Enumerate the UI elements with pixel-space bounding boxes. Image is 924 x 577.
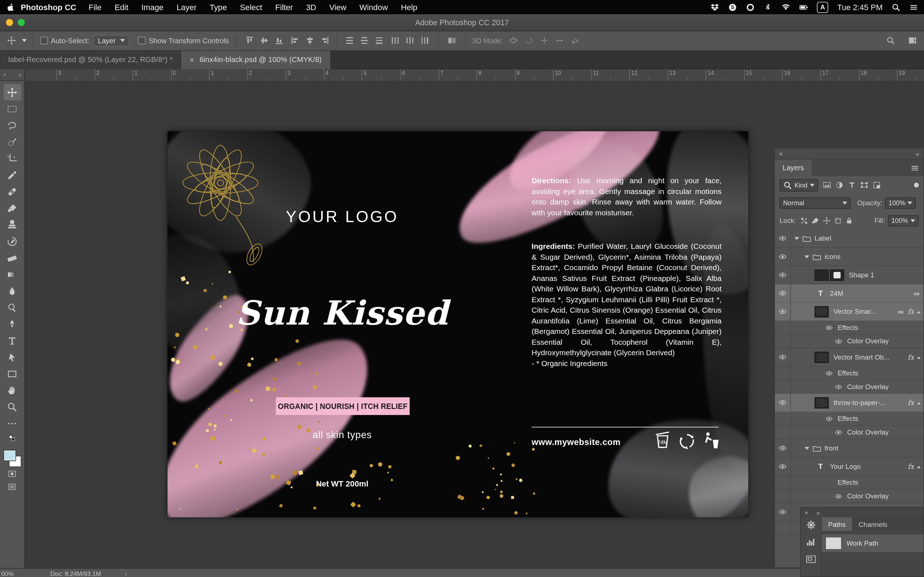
eye-toggle[interactable] — [775, 321, 791, 334]
distribute-bottom-edges[interactable] — [372, 34, 386, 47]
eye-toggle[interactable] — [775, 335, 791, 348]
align-vertical-centers[interactable] — [257, 34, 271, 47]
effects-eye-toggle[interactable] — [824, 479, 834, 486]
notification-list-icon[interactable] — [909, 3, 918, 11]
collapse-effects-caret[interactable] — [917, 400, 921, 404]
effects-eye-toggle[interactable] — [834, 383, 843, 390]
layer-row-effects[interactable]: Effects — [775, 366, 924, 380]
layer-row-color-overlay[interactable]: Color Overlay — [775, 489, 924, 503]
auto-select-checkbox[interactable]: Auto-Select: — [40, 36, 90, 45]
layer-name[interactable]: Vector Smar... — [834, 308, 876, 315]
wifi-icon[interactable] — [782, 3, 790, 11]
app-menu[interactable]: Photoshop CC — [15, 3, 82, 11]
3d-scale-icon[interactable] — [568, 34, 582, 47]
opacity-field[interactable]: 100% — [885, 197, 916, 208]
layer-row-effects[interactable]: Effects — [775, 412, 924, 426]
lock-transparent-icon[interactable] — [799, 216, 809, 226]
layer-name[interactable]: Effects — [838, 324, 858, 331]
layer-row-shape-1[interactable]: Shape 1 — [775, 266, 924, 285]
quick-selection-tool[interactable] — [3, 134, 21, 150]
auto-select-target-dropdown[interactable]: Layer — [93, 35, 130, 47]
swirl-icon[interactable] — [746, 3, 755, 11]
rectangle-tool[interactable] — [3, 365, 21, 382]
eye-toggle[interactable] — [775, 266, 791, 284]
layer-name[interactable]: Vector Smart Ob... — [834, 353, 889, 361]
horizontal-ruler[interactable]: 321012345678910111213141516171819 — [25, 69, 924, 82]
layer-name[interactable]: Effects — [838, 479, 858, 486]
layer-row-color-overlay[interactable]: Color Overlay — [775, 425, 924, 439]
foreground-color-swatch[interactable] — [4, 450, 15, 461]
layer-row-icons[interactable]: icons — [775, 248, 924, 266]
paths-panel-header[interactable]: ×» — [801, 508, 924, 517]
layer-thumbnail[interactable] — [815, 269, 829, 280]
checkbox-box[interactable] — [40, 37, 48, 44]
menu-image[interactable]: Image — [135, 3, 170, 11]
fill-field[interactable]: 100% — [888, 215, 919, 226]
layer-row-label[interactable]: Label — [775, 229, 924, 248]
pen-tool[interactable] — [3, 316, 21, 332]
eye-toggle[interactable] — [775, 394, 791, 411]
menu-file[interactable]: File — [82, 3, 108, 11]
layer-name[interactable]: Color Overlay — [847, 338, 888, 345]
layer-row-effects[interactable]: Effects — [775, 476, 924, 490]
menu-help[interactable]: Help — [394, 3, 424, 11]
expand-caret-icon[interactable] — [804, 255, 809, 260]
panel-menu-icon[interactable] — [910, 160, 923, 176]
expand-caret-icon[interactable] — [795, 237, 799, 242]
effects-eye-toggle[interactable] — [834, 492, 843, 500]
effects-eye-toggle[interactable] — [824, 324, 834, 331]
filter-toggle[interactable] — [914, 183, 919, 187]
layer-effects-badge[interactable]: fx — [908, 307, 914, 316]
menu-window[interactable]: Window — [353, 3, 394, 11]
dodge-tool[interactable] — [3, 299, 21, 316]
menu-type[interactable]: Type — [203, 3, 234, 11]
layer-name[interactable]: Effects — [838, 370, 858, 377]
document-canvas[interactable]: YOUR LOGO Sun Kissed ORGANIC | NOURISH |… — [168, 131, 748, 517]
layer-name[interactable]: Effects — [838, 415, 858, 422]
collapse-effects-caret[interactable] — [917, 464, 921, 468]
filter-kind-dropdown[interactable]: Kind — [780, 179, 818, 191]
menu-filter[interactable]: Filter — [268, 3, 299, 11]
more-tools-tool[interactable] — [3, 415, 21, 432]
tool-preset-caret[interactable] — [22, 39, 27, 44]
menu-3d[interactable]: 3D — [300, 3, 323, 11]
menu-edit[interactable]: Edit — [108, 3, 135, 11]
tab-channels[interactable]: Channels — [852, 517, 894, 531]
apple-icon[interactable] — [6, 3, 15, 11]
tab-layers[interactable]: Layers — [775, 160, 812, 176]
layer-row-color-overlay[interactable]: Color Overlay — [775, 380, 924, 394]
eye-toggle[interactable] — [775, 229, 791, 247]
collapse-effects-caret[interactable] — [917, 355, 921, 358]
layer-row-vector-smar-[interactable]: Vector Smar...fx — [775, 303, 924, 321]
show-transform-checkbox[interactable]: Show Transform Controls — [138, 36, 229, 45]
layer-name[interactable]: throw-to-paper-... — [834, 399, 886, 406]
layer-row-vector-smart-ob-[interactable]: Vector Smart Ob...fx — [775, 348, 924, 367]
vector-mask-thumbnail[interactable] — [830, 269, 844, 280]
pixel-filter-icon[interactable] — [821, 180, 833, 191]
layer-thumbnail[interactable] — [815, 397, 829, 408]
eye-toggle[interactable] — [775, 489, 791, 502]
lasso-tool[interactable] — [3, 117, 21, 134]
skype-icon[interactable]: S — [729, 3, 737, 11]
distribute-left-edges[interactable] — [388, 34, 402, 47]
layer-name[interactable]: Shape 1 — [849, 271, 874, 279]
type-tool[interactable] — [3, 332, 21, 349]
hand-tool[interactable] — [3, 382, 21, 398]
3d-pan-icon[interactable] — [538, 34, 551, 47]
effects-eye-toggle[interactable] — [834, 337, 843, 345]
spot-healing-brush-tool[interactable] — [3, 183, 21, 200]
layer-name[interactable]: front — [825, 445, 838, 452]
eye-toggle[interactable] — [775, 248, 791, 266]
layer-row-effects[interactable]: Effects — [775, 321, 924, 335]
brush-tool[interactable] — [3, 200, 21, 216]
histogram-icon[interactable] — [806, 537, 816, 550]
lock-all-icon[interactable] — [844, 216, 854, 226]
eye-toggle[interactable] — [775, 521, 791, 534]
eraser-tool[interactable] — [3, 250, 21, 266]
layer-row-24m[interactable]: T24M — [775, 285, 924, 303]
eye-toggle[interactable] — [775, 476, 791, 489]
align-top-edges[interactable] — [242, 34, 256, 47]
eye-toggle[interactable] — [775, 439, 791, 457]
navigator-icon[interactable] — [806, 554, 816, 567]
input-source-badge[interactable]: A — [817, 2, 828, 13]
